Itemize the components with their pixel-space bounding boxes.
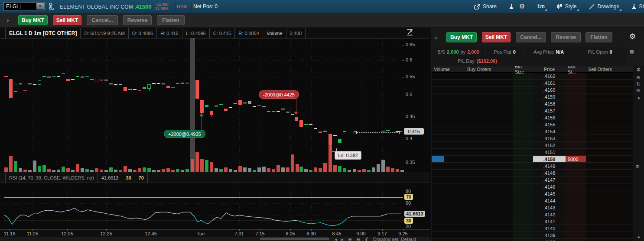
ladder-row[interactable]: .4140	[432, 225, 633, 232]
expand-chevron-icon[interactable]: ›	[7, 17, 9, 23]
ladder-row[interactable]: .4149	[432, 163, 633, 170]
panel-sell-mkt-button[interactable]: Sell MKT	[482, 32, 511, 42]
scrollbar-thumb-icon[interactable]: ≡	[636, 164, 639, 169]
ladder-row[interactable]: .4162	[432, 73, 633, 80]
price-cell[interactable]: .4153	[533, 135, 566, 141]
ladder-row[interactable]: .4158	[432, 100, 633, 107]
price-tick	[402, 60, 404, 61]
ladder-row[interactable]: .4152	[432, 142, 633, 149]
ladder-row[interactable]: .4147	[432, 177, 633, 183]
sell-arrow-line	[296, 98, 296, 112]
ladder-row[interactable]: .4161	[432, 80, 633, 87]
sell-mkt-button[interactable]: Sell MKT	[53, 15, 81, 25]
ladder-row[interactable]: .41505000	[432, 156, 633, 163]
ladder-row[interactable]: .4145	[432, 190, 633, 197]
symbol-dropdown-button[interactable]: ▼	[36, 3, 44, 10]
quick-study-button[interactable]	[506, 2, 517, 11]
price-cell[interactable]: .4152	[533, 142, 566, 148]
link-icon[interactable]	[48, 3, 54, 10]
price-cell[interactable]: .4144	[533, 197, 566, 204]
buy-mkt-button[interactable]: Buy MKT	[18, 15, 48, 25]
sell-execution-bubble[interactable]: -2000@0.4425	[259, 90, 299, 99]
symbol-input[interactable]: ELGL ▼	[3, 2, 45, 10]
panel-cancel-button[interactable]: Cancel...	[516, 32, 546, 42]
price-cell[interactable]: .4155	[533, 121, 566, 128]
ask-size-cell[interactable]: 5000	[566, 156, 586, 162]
price-cell[interactable]: .4140	[533, 225, 566, 231]
sell-arrow-icon	[294, 112, 298, 115]
price-cell[interactable]: .4160	[533, 87, 566, 93]
price-line-handle[interactable]	[354, 131, 357, 134]
cancel-button[interactable]: Cancel...	[87, 15, 118, 25]
ladder-row[interactable]: .4155	[432, 121, 633, 128]
price-cell[interactable]: .4161	[533, 80, 566, 86]
share-label: Share	[483, 3, 497, 10]
panel-list-icon[interactable]: ≣	[629, 48, 634, 55]
ladder-row[interactable]: .4157	[432, 107, 633, 114]
price-cell[interactable]: .4139	[533, 232, 566, 238]
price-cell[interactable]: .4147	[533, 177, 566, 183]
ladder-row[interactable]: .4151	[432, 149, 633, 156]
buy-execution-bubble[interactable]: +2000@0.4935	[164, 130, 205, 138]
price-cell[interactable]: .4151	[533, 149, 566, 155]
style-button[interactable]: Style	[554, 2, 579, 11]
ladder-row[interactable]: .4159	[432, 93, 633, 100]
panel-reverse-button[interactable]: Reverse	[551, 32, 581, 42]
column-header-volume[interactable]: Volume	[432, 66, 465, 73]
panel-buy-mkt-button[interactable]: Buy MKT	[446, 32, 477, 42]
ladder-row[interactable]: .4160	[432, 87, 633, 93]
ladder-row[interactable]: .4139	[432, 232, 633, 239]
drawings-button[interactable]: Drawings	[586, 2, 622, 11]
price-line-handle[interactable]	[399, 131, 402, 134]
ladder-zoom-in-icon[interactable]: ⊕	[636, 75, 640, 80]
time-tick-label: 9:25	[395, 231, 411, 236]
price-tick	[402, 77, 404, 77]
price-cell[interactable]: .4159	[533, 93, 566, 100]
price-cell[interactable]: .4143	[533, 204, 566, 211]
price-cell[interactable]: .4141	[533, 218, 566, 225]
price-cell[interactable]: .4138	[533, 239, 566, 241]
price-cell[interactable]: .4149	[533, 163, 566, 169]
pos-flat-value: 0	[513, 49, 516, 55]
ladder-row[interactable]: .4143	[432, 204, 633, 211]
last-price-line	[355, 132, 402, 133]
column-header-bid-size[interactable]: Bid Size	[513, 66, 533, 73]
interval-selector[interactable]: 1m	[534, 2, 547, 11]
column-header-ask-si-[interactable]: Ask Si...	[566, 66, 586, 73]
panel-gear-icon[interactable]: ⚙	[629, 32, 636, 41]
panel-flatten-button[interactable]: Flatten	[585, 32, 612, 42]
reverse-button[interactable]: Reverse	[123, 15, 152, 25]
column-header-sell-orders[interactable]: Sell Orders	[586, 66, 633, 73]
ladder-row[interactable]: .4144	[432, 197, 633, 204]
ladder-row[interactable]: .4153	[432, 135, 633, 142]
scroll-up-icon[interactable]: ▲	[637, 95, 641, 100]
ladder-row[interactable]: .4141	[432, 218, 633, 225]
scroll-down-icon[interactable]: ▲	[637, 235, 641, 239]
column-header-price[interactable]: Price	[533, 66, 566, 73]
ladder-row[interactable]: .4148	[432, 170, 633, 177]
price-cell[interactable]: .4150	[533, 156, 566, 162]
ladder-gear-icon[interactable]: ⚙	[636, 67, 641, 72]
ladder-row[interactable]: .4142	[432, 211, 633, 218]
share-button[interactable]: Share	[472, 2, 499, 11]
chart-settings-button[interactable]: ⚙	[517, 1, 527, 12]
price-cell[interactable]: .4157	[533, 107, 566, 114]
ladder-row[interactable]: .4146	[432, 183, 633, 190]
price-cell[interactable]: .4148	[533, 170, 566, 176]
ladder-row[interactable]: .4154	[432, 128, 633, 135]
price-cell[interactable]: .4162	[533, 73, 566, 79]
studies-button[interactable]: Studies	[629, 2, 644, 11]
price-cell[interactable]: .4158	[533, 100, 566, 107]
ladder-center-icon[interactable]: ⇅	[636, 82, 640, 87]
price-cell[interactable]: .4156	[533, 114, 566, 121]
price-cell[interactable]: .4142	[533, 211, 566, 218]
price-cell[interactable]: .4146	[533, 183, 566, 190]
price-cell[interactable]: .4154	[533, 128, 566, 135]
ladder-zoom-out-icon[interactable]: ⊖	[636, 88, 640, 93]
column-header-buy-orders[interactable]: Buy Orders	[465, 66, 513, 73]
panel-expand-chevron-icon[interactable]: ›	[435, 35, 437, 41]
ladder-row[interactable]: .4138	[432, 239, 633, 241]
ladder-row[interactable]: .4156	[432, 114, 633, 121]
flatten-button[interactable]: Flatten	[157, 15, 185, 25]
price-cell[interactable]: .4145	[533, 190, 566, 197]
